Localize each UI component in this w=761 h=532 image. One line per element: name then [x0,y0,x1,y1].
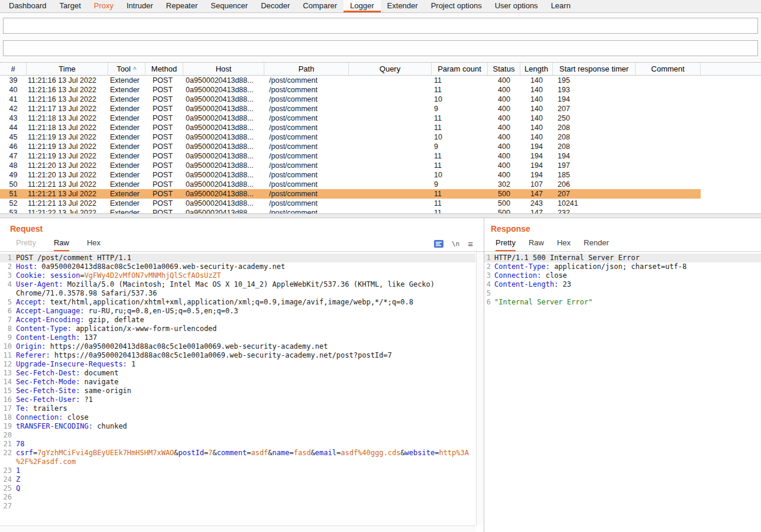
log-row-43[interactable]: 4311:21:18 13 Jul 2022ExtenderPOST0a9500… [0,113,701,123]
response-line-6[interactable]: 6"Internal Server Error" [484,298,761,307]
main-tab-intruder[interactable]: Intruder [120,0,160,12]
response-tab-raw[interactable]: Raw [529,238,544,251]
log-cell: 53 [0,208,27,213]
main-tab-sequencer[interactable]: Sequencer [204,0,254,12]
log-row-39[interactable]: 3911:21:16 13 Jul 2022ExtenderPOST0a9500… [0,76,701,85]
request-line-26[interactable]: 26 [0,493,475,502]
request-line-1[interactable]: 1POST /post/comment HTTP/1.1 [0,254,475,262]
request-line-11[interactable]: 11Referer: https://0a9500020413d88ac08c5… [0,351,475,360]
response-line-4[interactable]: 4Content-Length: 23 [484,280,761,289]
request-line-8[interactable]: 8Content-Type: application/x-www-form-ur… [0,325,475,333]
request-line-14[interactable]: 14Sec-Fetch-Mode: navigate [0,378,475,387]
column-header-path[interactable]: Path [264,63,349,75]
column-header-start-response-timer[interactable]: Start response timer [553,63,636,75]
log-cell: 0a9500020413d88... [183,208,264,213]
request-line-22[interactable]: 22csrf=7gYzhMCiFvi4gBEyUEEk7HmHSHM7xWAO&… [0,449,475,466]
request-scrollbar-vertical[interactable] [476,252,484,525]
request-tab-hex[interactable]: Hex [87,238,101,251]
response-line-2[interactable]: 2Content-Type: application/json; charset… [484,262,761,271]
request-line-21[interactable]: 2178 [0,440,475,449]
column-header-tool[interactable]: Tool^ [108,63,145,75]
log-row-52[interactable]: 5211:21:21 13 Jul 2022ExtenderPOST0a9500… [0,199,701,208]
response-tab-hex[interactable]: Hex [557,238,571,251]
request-line-19[interactable]: 19tRANSFER-ENCODING: chunked [0,422,475,431]
capture-filter-bar[interactable]: Capture filter: Logger memory limit set … [3,18,758,34]
log-row-50[interactable]: 5011:21:21 13 Jul 2022ExtenderPOST0a9500… [0,180,701,189]
log-cell: 11:21:18 13 Jul 2022 [27,113,108,123]
request-line-25[interactable]: 25Q [0,484,475,493]
request-tab-raw[interactable]: Raw [54,238,69,251]
request-line-5[interactable]: 5Accept: text/html,application/xhtml+xml… [0,298,475,307]
main-tab-proxy[interactable]: Proxy [88,0,120,12]
log-row-45[interactable]: 4511:21:19 13 Jul 2022ExtenderPOST0a9500… [0,132,701,142]
pretty-print-icon[interactable] [434,240,443,248]
request-line-17[interactable]: 17Te: trailers [0,404,475,413]
log-cell [636,208,701,213]
response-editor[interactable]: 1HTTP/1.1 500 Internal Server Error2Cont… [484,252,761,532]
log-row-44[interactable]: 4411:21:18 13 Jul 2022ExtenderPOST0a9500… [0,123,701,132]
main-tab-project-options[interactable]: Project options [425,0,488,12]
main-tab-decoder[interactable]: Decoder [254,0,296,12]
request-line-24[interactable]: 24Z [0,475,475,484]
log-row-49[interactable]: 4911:21:20 13 Jul 2022ExtenderPOST0a9500… [0,170,701,180]
main-tab-user-options[interactable]: User options [488,0,545,12]
main-tab-comparer[interactable]: Comparer [296,0,344,12]
log-cell: 400 [488,132,520,142]
line-content: Sec-Fetch-Site: same-origin [16,387,475,395]
request-tab-pretty[interactable]: Pretty [16,238,36,251]
column-header-status[interactable]: Status [488,63,520,75]
line-content: Cookie: session=VgFWy4D2vMfON7vMNMhjQlSc… [16,271,475,280]
column-header-comment[interactable]: Comment [636,63,701,75]
request-editor[interactable]: 1POST /post/comment HTTP/1.12Host: 0a950… [0,252,484,532]
main-tab-learn[interactable]: Learn [545,0,577,12]
main-tab-dashboard[interactable]: Dashboard [2,0,53,12]
main-tab-target[interactable]: Target [53,0,88,12]
response-tab-render[interactable]: Render [584,238,609,251]
log-row-46[interactable]: 4611:21:19 13 Jul 2022ExtenderPOST0a9500… [0,142,701,151]
main-tab-repeater[interactable]: Repeater [160,0,204,12]
column-header-#[interactable]: # [0,63,27,75]
request-line-18[interactable]: 18Connection: close [0,413,475,422]
request-line-2[interactable]: 2Host: 0a9500020413d88ac08c5c1e001a0069.… [0,262,475,271]
request-line-20[interactable]: 20 [0,431,475,440]
request-line-12[interactable]: 12Upgrade-Insecure-Requests: 1 [0,360,475,369]
column-header-time[interactable]: Time [27,63,108,75]
log-cell: Extender [108,123,145,132]
log-row-47[interactable]: 4711:21:19 13 Jul 2022ExtenderPOST0a9500… [0,151,701,161]
response-line-3[interactable]: 3Connection: close [484,271,761,280]
log-row-48[interactable]: 4811:21:20 13 Jul 2022ExtenderPOST0a9500… [0,161,701,170]
view-filter-bar[interactable]: View filter: Showing all items [3,40,758,56]
request-line-23[interactable]: 231 [0,466,475,475]
log-row-42[interactable]: 4211:21:17 13 Jul 2022ExtenderPOST0a9500… [0,104,701,113]
log-row-40[interactable]: 4011:21:16 13 Jul 2022ExtenderPOST0a9500… [0,85,701,95]
line-number: 18 [0,413,16,422]
column-header-param-count[interactable]: Param count [432,63,488,75]
show-nonprintable-icon[interactable]: \n [452,240,459,248]
editor-menu-icon[interactable]: ≡ [468,240,473,248]
request-line-3[interactable]: 3Cookie: session=VgFWy4D2vMfON7vMNMhjQlS… [0,271,475,280]
log-row-51[interactable]: 5111:21:21 13 Jul 2022ExtenderPOST0a9500… [0,189,701,199]
horizontal-splitter[interactable] [0,213,761,218]
response-line-5[interactable]: 5 [484,289,761,298]
request-line-9[interactable]: 9Content-Length: 137 [0,333,475,342]
main-tab-extender[interactable]: Extender [381,0,425,12]
request-line-16[interactable]: 16Sec-Fetch-User: ?1 [0,395,475,404]
request-line-6[interactable]: 6Accept-Language: ru-RU,ru;q=0.8,en-US;q… [0,307,475,316]
request-line-7[interactable]: 7Accept-Encoding: gzip, deflate [0,316,475,325]
request-line-4[interactable]: 4User-Agent: Mozilla/5.0 (Macintosh; Int… [0,280,475,298]
column-header-host[interactable]: Host [183,63,264,75]
response-line-1[interactable]: 1HTTP/1.1 500 Internal Server Error [484,254,761,262]
request-line-27[interactable]: 27 [0,502,475,511]
response-tab-pretty[interactable]: Pretty [496,238,516,251]
request-line-10[interactable]: 10Origin: https://0a9500020413d88ac08c5c… [0,342,475,351]
request-line-15[interactable]: 15Sec-Fetch-Site: same-origin [0,387,475,395]
column-header-length[interactable]: Length [520,63,553,75]
log-row-53[interactable]: 5311:21:22 13 Jul 2022ExtenderPOST0a9500… [0,208,701,213]
column-header-query[interactable]: Query [349,63,432,75]
request-scrollbar-horizontal[interactable] [0,525,476,532]
request-line-13[interactable]: 13Sec-Fetch-Dest: document [0,369,475,378]
column-header-method[interactable]: Method [145,63,183,75]
log-cell: 500 [488,208,520,213]
log-row-41[interactable]: 4111:21:16 13 Jul 2022ExtenderPOST0a9500… [0,95,701,104]
main-tab-logger[interactable]: Logger [344,0,380,12]
